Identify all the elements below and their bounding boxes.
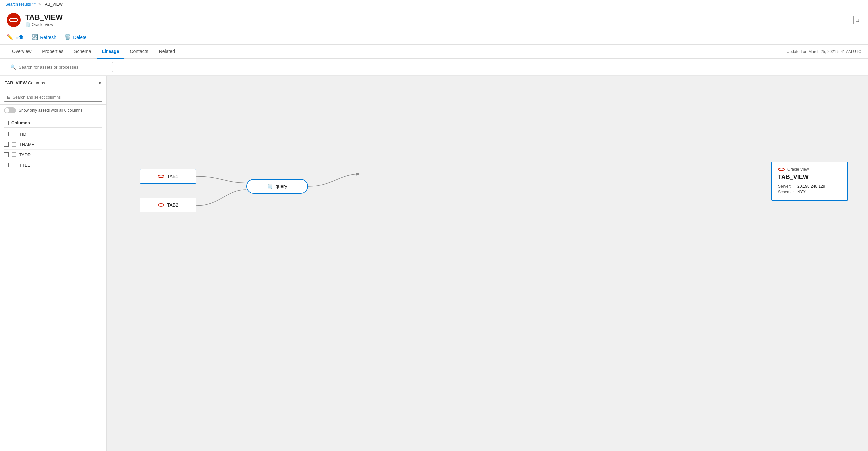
column-type-icon-tname [11,142,17,147]
toggle-knob [5,108,9,113]
detail-server-label: Server: [778,184,795,189]
list-item: TTEL [4,160,102,170]
subtitle-icon: 🗒️ [25,22,30,27]
node-tab2-label: TAB2 [167,202,178,207]
columns-header-label: Columns [11,120,30,125]
svg-rect-2 [12,142,16,146]
column-name-tid: TID [19,132,26,137]
refresh-label: Refresh [40,35,56,40]
node-tab2[interactable]: TAB2 [140,198,196,212]
column-name-ttel: TTEL [19,163,30,168]
toggle-label: Show only assets with all 0 columns [19,108,82,113]
delete-button[interactable]: 🗑️ Delete [64,33,86,41]
edit-label: Edit [15,35,23,40]
toggle-switch[interactable] [4,107,16,113]
breadcrumb-current: TAB_VIEW [42,2,63,7]
columns-list: Columns TID [0,116,106,451]
header-subtitle: 🗒️ Oracle View [25,22,63,27]
tab-lineage[interactable]: Lineage [96,45,125,59]
lineage-canvas[interactable]: TAB1 TAB2 🗒️ query Oracle View TAB_VIEW … [106,76,868,451]
sidebar-filter-area: ⊟ [0,90,106,105]
select-all-checkbox[interactable] [4,120,9,125]
sidebar-title-bold: TAB_VIEW [5,80,27,85]
subtitle-text: Oracle View [32,22,53,27]
header-title-block: TAB_VIEW 🗒️ Oracle View [25,13,63,27]
detail-server-value: 20.198.248.129 [798,184,825,189]
detail-card-header: Oracle View [778,167,841,172]
edit-icon: ✏️ [7,34,13,40]
expand-icon: □ [856,17,859,23]
column-name-tname: TNAME [19,142,35,147]
tab-related[interactable]: Related [154,45,180,59]
oracle-logo-inner [9,18,18,22]
sidebar-title-rest: Columns [28,80,45,85]
svg-rect-4 [12,152,16,157]
oracle-icon-detail [778,168,785,171]
detail-card-tabview[interactable]: Oracle View TAB_VIEW Server: 20.198.248.… [772,162,848,200]
tab-contacts[interactable]: Contacts [124,45,153,59]
filter-icon: ⊟ [7,94,11,100]
detail-card-server-row: Server: 20.198.248.129 [778,184,841,189]
refresh-button[interactable]: 🔄 Refresh [31,33,56,41]
node-query-label: query [275,184,287,189]
list-item: TNAME [4,139,102,149]
refresh-icon: 🔄 [31,34,38,40]
columns-header-row: Columns [4,118,102,128]
toggle-row: Show only assets with all 0 columns [0,105,106,116]
page-title: TAB_VIEW [25,13,63,22]
svg-rect-0 [12,132,16,136]
oracle-icon-tab2 [158,203,164,206]
sidebar-title: TAB_VIEW Columns [5,80,45,85]
tab-overview[interactable]: Overview [7,45,37,59]
node-tab1-label: TAB1 [167,173,178,179]
breadcrumb: Search results "*" > TAB_VIEW [0,0,868,9]
tabs-bar: Overview Properties Schema Lineage Conta… [0,45,868,59]
doc-icon-query: 🗒️ [267,184,273,189]
delete-label: Delete [73,35,86,40]
search-bar[interactable]: 🔍 [7,62,113,72]
column-checkbox-tname[interactable] [4,142,9,146]
search-bar-area: 🔍 [0,59,868,76]
tab-schema[interactable]: Schema [68,45,96,59]
tab-properties[interactable]: Properties [37,45,68,59]
search-icon: 🔍 [10,64,16,69]
column-name-tadr: TADR [19,152,31,157]
expand-button[interactable]: □ [854,16,861,24]
node-query[interactable]: 🗒️ query [246,179,308,194]
column-filter-input[interactable] [13,95,99,100]
detail-card-name: TAB_VIEW [778,173,841,180]
column-type-icon-tadr [11,152,17,157]
column-type-icon-tid [11,131,17,137]
oracle-logo [7,13,21,27]
sidebar-panel: TAB_VIEW Columns « ⊟ Show only assets wi… [0,76,106,451]
list-item: TID [4,129,102,139]
oracle-icon-tab1 [158,174,164,178]
detail-card-schema-row: Schema: NYY [778,190,841,194]
column-type-icon-ttel [11,162,17,168]
list-item: TADR [4,149,102,160]
sidebar-collapse-button[interactable]: « [98,80,101,86]
lineage-svg [106,76,868,451]
column-checkbox-ttel[interactable] [4,163,9,167]
column-checkbox-tid[interactable] [4,132,9,136]
detail-schema-value: NYY [798,190,806,194]
header-left: TAB_VIEW 🗒️ Oracle View [7,13,63,27]
column-filter-bar[interactable]: ⊟ [4,93,102,102]
svg-rect-6 [12,163,16,167]
sidebar-header: TAB_VIEW Columns « [0,76,106,90]
main-content: TAB_VIEW Columns « ⊟ Show only assets wi… [0,76,868,451]
updated-timestamp: Updated on March 25, 2021 5:41 AM UTC [787,49,861,54]
node-tab1[interactable]: TAB1 [140,169,196,184]
delete-icon: 🗑️ [64,34,71,40]
detail-schema-label: Schema: [778,190,795,194]
detail-card-type: Oracle View [787,167,809,172]
page-header: TAB_VIEW 🗒️ Oracle View □ [0,9,868,30]
tabs-list: Overview Properties Schema Lineage Conta… [7,45,180,58]
breadcrumb-separator: > [38,2,41,7]
search-input[interactable] [19,65,110,69]
column-checkbox-tadr[interactable] [4,152,9,157]
toolbar: ✏️ Edit 🔄 Refresh 🗑️ Delete [0,30,868,45]
breadcrumb-link[interactable]: Search results "*" [5,2,36,7]
edit-button[interactable]: ✏️ Edit [7,33,23,41]
